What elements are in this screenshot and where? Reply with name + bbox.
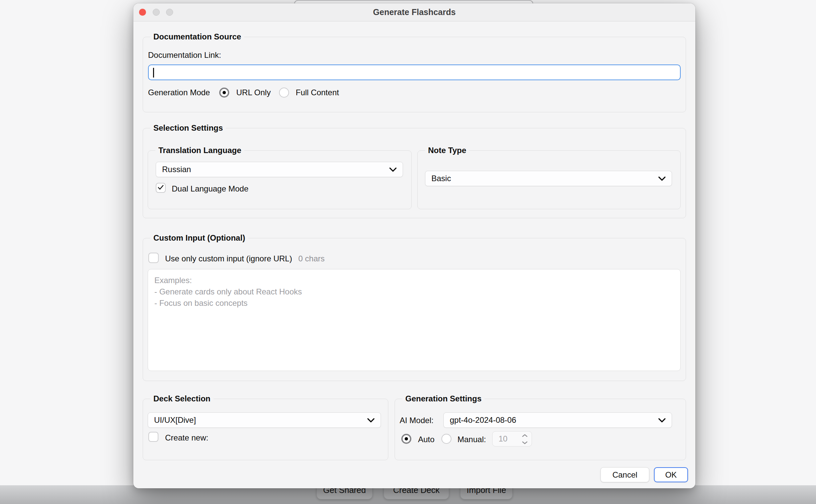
url-only-label: URL Only (236, 88, 271, 98)
custom-input-textarea[interactable]: Examples: - Generate cards only about Re… (148, 269, 681, 371)
documentation-link-label: Documentation Link: (148, 50, 221, 60)
create-new-label: Create new: (165, 433, 208, 443)
chevron-down-icon (658, 418, 666, 422)
stepper-up-icon[interactable] (522, 432, 528, 438)
fieldset-legend: Translation Language (155, 146, 244, 155)
use-custom-input-label: Use only custom input (ignore URL) 0 cha… (165, 254, 325, 264)
translation-language-select[interactable]: Russian (156, 162, 403, 177)
auto-radio[interactable] (401, 434, 411, 444)
generation-settings-section: Generation Settings (395, 399, 686, 460)
title-bar: Generate Flashcards (133, 3, 695, 21)
dual-language-label: Dual Language Mode (172, 184, 249, 194)
select-value: Russian (162, 165, 191, 174)
use-custom-input-checkbox[interactable] (148, 253, 159, 263)
ai-model-select[interactable]: gpt-4o-2024-08-06 (443, 412, 672, 428)
note-type-select[interactable]: Basic (425, 171, 672, 186)
ok-button[interactable]: OK (654, 467, 688, 482)
section-legend: Selection Settings (150, 123, 226, 133)
card-count-stepper[interactable]: 10 (492, 431, 532, 447)
chevron-down-icon (658, 176, 666, 181)
cancel-button[interactable]: Cancel (600, 467, 649, 482)
create-new-checkbox[interactable] (148, 432, 158, 442)
manual-radio[interactable] (441, 434, 451, 444)
text-caret (153, 68, 154, 78)
chevron-down-icon (389, 167, 397, 172)
select-value: UI/UX[Dive] (154, 415, 196, 425)
textarea-placeholder-line: Examples: (154, 275, 674, 286)
ai-model-label: AI Model: (400, 415, 433, 425)
deck-select[interactable]: UI/UX[Dive] (148, 412, 381, 428)
documentation-link-input[interactable] (148, 65, 681, 80)
stepper-value: 10 (499, 434, 508, 444)
chevron-down-icon (367, 418, 375, 422)
section-legend: Custom Input (Optional) (150, 233, 248, 243)
dual-language-checkbox[interactable] (156, 183, 166, 193)
section-legend: Generation Settings (402, 394, 485, 403)
checkmark-icon (158, 185, 164, 191)
deck-selection-section: Deck Selection (143, 399, 388, 460)
full-content-label: Full Content (296, 88, 339, 98)
section-legend: Documentation Source (150, 32, 244, 41)
fieldset-legend: Note Type (425, 146, 469, 155)
screen: Get Shared Create Deck Import File Gener… (0, 0, 816, 504)
window-title: Generate Flashcards (133, 7, 695, 17)
generate-flashcards-dialog: Generate Flashcards Documentation Source… (133, 3, 695, 488)
generation-mode-label: Generation Mode (148, 88, 218, 98)
translation-language-fieldset: Translation Language (148, 150, 412, 209)
textarea-placeholder-line: - Focus on basic concepts (154, 297, 674, 309)
select-value: Basic (431, 174, 451, 183)
section-legend: Deck Selection (150, 394, 214, 403)
full-content-radio[interactable] (279, 88, 289, 98)
manual-label: Manual: (457, 434, 486, 445)
auto-label: Auto (418, 434, 434, 445)
stepper-down-icon[interactable] (522, 439, 528, 446)
textarea-placeholder-line: - Generate cards only about React Hooks (154, 286, 674, 297)
select-value: gpt-4o-2024-08-06 (450, 415, 516, 425)
char-count: 0 chars (298, 254, 325, 263)
url-only-radio[interactable] (219, 88, 229, 98)
